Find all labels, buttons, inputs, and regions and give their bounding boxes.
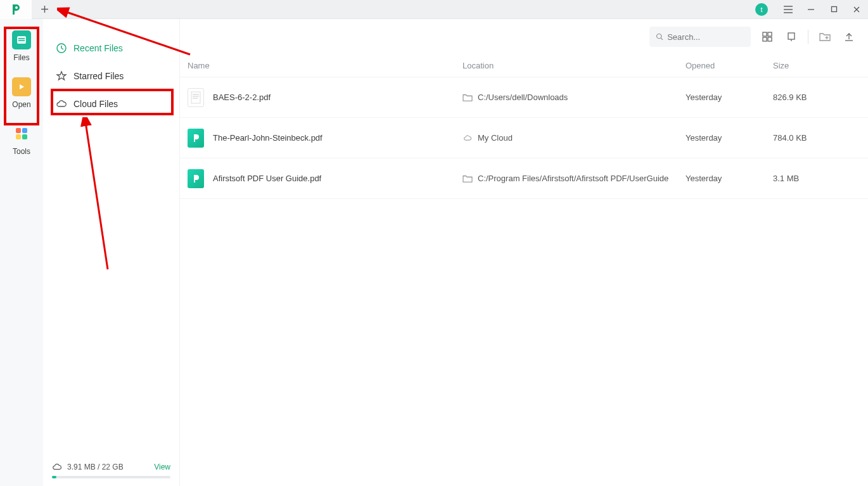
- svg-rect-23: [768, 32, 772, 36]
- star-icon: [56, 70, 67, 82]
- svg-rect-24: [763, 37, 767, 41]
- svg-rect-16: [16, 134, 21, 139]
- storage-view-link[interactable]: View: [154, 463, 170, 471]
- file-list: BAES-6-2-2.pdfC:/Users/dell/DownloadsYes…: [180, 77, 868, 199]
- svg-rect-12: [18, 40, 25, 41]
- app-thumb-icon: [188, 169, 204, 188]
- new-tab-button[interactable]: [32, 0, 57, 19]
- filenav-recent-files[interactable]: Recent Files: [43, 34, 179, 62]
- hamburger-menu-button[interactable]: [777, 0, 800, 19]
- file-name: BAES-6-2-2.pdf: [213, 93, 271, 102]
- svg-rect-7: [831, 7, 836, 12]
- primary-sidebar: Files Open Tools: [0, 19, 43, 486]
- storage-text: 3.91 MB / 22 GB: [67, 463, 124, 471]
- column-header-location[interactable]: Location: [463, 61, 686, 70]
- file-opened: Yesterday: [686, 174, 773, 183]
- cloud-icon: [56, 98, 67, 110]
- view-pin-button[interactable]: [784, 29, 799, 44]
- svg-line-21: [661, 38, 663, 40]
- file-opened: Yesterday: [686, 133, 773, 143]
- svg-marker-13: [20, 84, 24, 89]
- file-location: C:/Program Files/Afirstsoft/Afirstsoft P…: [478, 174, 668, 183]
- app-logo-tab[interactable]: [0, 0, 32, 19]
- search-icon: [656, 32, 663, 41]
- file-size: 784.0 KB: [773, 133, 857, 143]
- file-name: The-Pearl-John-Steinbeck.pdf: [213, 133, 322, 143]
- svg-rect-22: [763, 32, 767, 36]
- sidebar-label-open: Open: [12, 100, 30, 109]
- cloud-icon: [463, 134, 473, 143]
- filenav-cloud-files[interactable]: Cloud Files: [43, 90, 179, 118]
- file-opened: Yesterday: [686, 93, 773, 102]
- storage-progress-bar: [52, 476, 170, 478]
- storage-footer: 3.91 MB / 22 GB View: [43, 462, 179, 486]
- file-row[interactable]: BAES-6-2-2.pdfC:/Users/dell/DownloadsYes…: [180, 77, 868, 118]
- folder-icon: [463, 93, 473, 102]
- column-header-name[interactable]: Name: [186, 61, 463, 70]
- svg-point-0: [15, 6, 18, 9]
- sidebar-item-files[interactable]: Files: [8, 30, 35, 62]
- cloud-storage-icon: [52, 462, 62, 472]
- svg-rect-14: [16, 128, 21, 133]
- svg-rect-15: [22, 128, 27, 133]
- clock-icon: [56, 42, 67, 54]
- file-row[interactable]: The-Pearl-John-Steinbeck.pdfMy CloudYest…: [180, 118, 868, 158]
- column-header-opened[interactable]: Opened: [686, 61, 773, 70]
- window-minimize-button[interactable]: [800, 0, 822, 19]
- file-name: Afirstsoft PDF User Guide.pdf: [213, 174, 321, 183]
- folder-icon: [463, 174, 473, 183]
- column-header-size[interactable]: Size: [773, 61, 857, 70]
- open-icon: [12, 77, 31, 96]
- user-avatar[interactable]: t: [755, 3, 768, 16]
- files-icon: [12, 30, 31, 49]
- main-pane: Name Location Opened Size BAES-6-2-2.pdf…: [180, 19, 868, 486]
- svg-rect-32: [191, 92, 200, 103]
- filenav-starred-files[interactable]: Starred Files: [43, 62, 179, 90]
- sidebar-item-tools[interactable]: Tools: [8, 124, 35, 156]
- main-toolbar: [180, 19, 868, 54]
- sidebar-item-open[interactable]: Open: [8, 77, 35, 109]
- window-maximize-button[interactable]: [822, 0, 845, 19]
- tools-icon: [12, 124, 31, 143]
- view-grid-button[interactable]: [760, 29, 775, 44]
- svg-rect-25: [768, 37, 772, 41]
- upload-button[interactable]: [841, 29, 857, 44]
- file-location: My Cloud: [478, 133, 513, 143]
- search-box[interactable]: [649, 27, 751, 47]
- svg-rect-26: [788, 33, 795, 39]
- window-close-button[interactable]: [845, 0, 868, 19]
- search-input[interactable]: [667, 32, 744, 42]
- app-logo-icon: [10, 4, 22, 15]
- filenav-cloud-label: Cloud Files: [73, 99, 118, 109]
- file-row[interactable]: Afirstsoft PDF User Guide.pdfC:/Program …: [180, 158, 868, 199]
- file-nav-panel: Recent Files Starred Files Cloud Files 3…: [43, 19, 180, 486]
- filenav-starred-label: Starred Files: [73, 71, 124, 81]
- file-size: 3.1 MB: [773, 174, 857, 183]
- toolbar-divider: [808, 30, 808, 44]
- document-thumb-icon: [188, 88, 204, 107]
- new-folder-button[interactable]: [817, 29, 833, 44]
- sidebar-label-tools: Tools: [13, 147, 30, 156]
- svg-marker-19: [57, 72, 66, 80]
- app-thumb-icon: [188, 129, 204, 148]
- svg-rect-17: [22, 134, 27, 139]
- file-size: 826.9 KB: [773, 93, 857, 102]
- svg-point-20: [657, 34, 661, 38]
- sidebar-label-files: Files: [13, 53, 29, 62]
- file-location: C:/Users/dell/Downloads: [478, 93, 568, 102]
- svg-rect-11: [18, 38, 25, 39]
- table-header: Name Location Opened Size: [180, 54, 868, 77]
- titlebar: t: [0, 0, 868, 19]
- filenav-recent-label: Recent Files: [73, 43, 123, 53]
